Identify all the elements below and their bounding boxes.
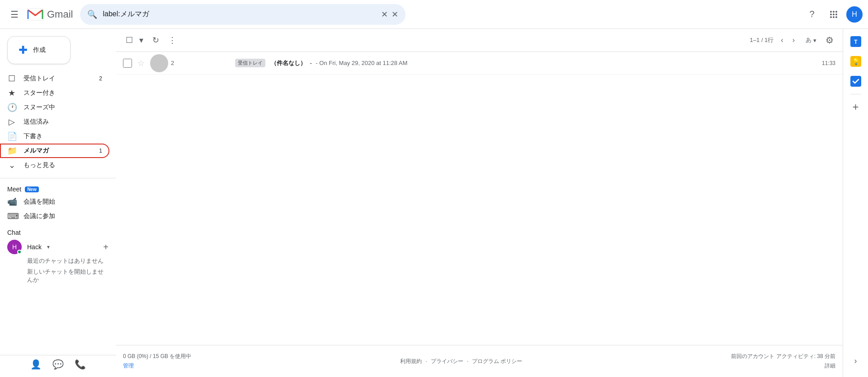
menu-button[interactable]: ☰ [5, 5, 24, 23]
sidebar-label-snoozed: スヌーズ中 [24, 103, 102, 112]
sidebar-item-join-meeting[interactable]: ⌨ 会議に参加 [0, 209, 109, 223]
star-button[interactable]: ☆ [137, 58, 145, 68]
chat-user-item[interactable]: H Hack ▾ + [0, 238, 116, 256]
chat-label: Chat [7, 229, 21, 236]
online-indicator [17, 250, 22, 254]
meet-new-badge: New [25, 186, 39, 192]
add-app-button[interactable]: + [847, 98, 865, 116]
apps-button[interactable] [825, 5, 843, 23]
sidebar-nav: ☐ 受信トレイ 2 ★ スター付き 🕐 スヌーズ中 ▷ 送信済み 📄 [0, 68, 116, 176]
video-icon: 📹 [7, 197, 16, 207]
table-row[interactable]: ☆ 2 受信トレイ （件名なし） - - On Fri, May 29, 202… [116, 52, 843, 74]
compose-plus-icon: ✚ [19, 44, 28, 56]
search-input[interactable] [103, 10, 381, 19]
tasks-icon [850, 76, 861, 87]
search-dropdown-button[interactable]: ✕ [392, 9, 398, 19]
settings-button[interactable]: ⚙ [824, 33, 835, 47]
keep-button[interactable]: 💡 [847, 52, 865, 70]
folder-icon: 📁 [7, 146, 16, 156]
meet-label: Meet [7, 186, 21, 193]
svg-point-5 [833, 14, 835, 15]
star-icon: ★ [7, 88, 16, 98]
svg-point-6 [835, 14, 837, 15]
svg-point-2 [833, 11, 835, 13]
footer-right: 前回のアカウント アクティビティ: 38 分前 詳細 [731, 353, 835, 370]
privacy-link[interactable]: プライバシー [431, 358, 463, 365]
compose-button[interactable]: ✚ 作成 [7, 36, 71, 64]
prev-page-button[interactable]: ‹ [777, 34, 787, 46]
sidebar-label-newsletter: メルマガ [24, 147, 92, 155]
sidebar-label-starred: スター付き [24, 89, 102, 97]
right-sidebar: T 💡 + › [843, 29, 868, 377]
help-button[interactable]: ? [803, 5, 821, 23]
right-separator [850, 94, 861, 94]
topbar-right: ? H [803, 5, 863, 23]
sort-arrow-icon: ▾ [813, 37, 816, 44]
sidebar-item-sent[interactable]: ▷ 送信済み [0, 115, 109, 129]
sidebar-item-newsletter[interactable]: 📁 メルマガ 1 [0, 144, 109, 158]
sender-name: 2 [171, 60, 174, 66]
email-tag: 受信トレイ [235, 59, 265, 67]
search-icon: 🔍 [87, 9, 97, 19]
chevron-down-icon: ⌄ [7, 160, 16, 170]
meet-section: Meet New 📹 会議を開始 ⌨ 会議に参加 [0, 180, 116, 223]
sidebar-label-inbox: 受信トレイ [24, 74, 92, 83]
email-checkbox[interactable] [123, 59, 132, 68]
sender-block: 2 [150, 54, 231, 72]
chat-avatar: H [7, 240, 22, 254]
email-separator: - [310, 59, 312, 67]
add-icon: + [852, 101, 859, 113]
contacts-icon[interactable]: 👤 [30, 359, 42, 370]
manage-link[interactable]: 管理 [123, 362, 191, 370]
sidebar-item-snoozed[interactable]: 🕐 スヌーズ中 [0, 100, 109, 115]
sort-button[interactable]: あ ▾ [802, 34, 820, 46]
inbox-badge: 2 [99, 75, 102, 82]
newsletter-badge: 1 [99, 148, 102, 154]
join-meeting-label: 会議に参加 [24, 212, 102, 220]
chat-dropdown-icon: ▾ [47, 244, 50, 250]
more-options-button[interactable]: ⋮ [165, 33, 179, 48]
sidebar-item-inbox[interactable]: ☐ 受信トレイ 2 [0, 71, 109, 86]
chat-bubble-icon[interactable]: 💬 [52, 359, 64, 370]
sidebar-item-start-meeting[interactable]: 📹 会議を開始 [0, 195, 109, 209]
search-clear-button[interactable]: ✕ [381, 9, 388, 19]
next-page-button[interactable]: › [789, 34, 798, 46]
sidebar-item-more[interactable]: ⌄ もっと見る [0, 158, 109, 172]
sidebar: ✚ 作成 ☐ 受信トレイ 2 ★ スター付き 🕐 スヌーズ中 ▷ [0, 29, 116, 377]
email-area: ☐ ▾ ↻ ⋮ 1–1 / 1行 ‹ › あ ▾ ⚙ [116, 29, 843, 377]
email-subject-area: 受信トレイ （件名なし） - - On Fri, May 29, 2020 at… [235, 59, 818, 67]
svg-point-1 [830, 11, 832, 13]
account-avatar[interactable]: H [846, 6, 863, 23]
pagination-info: 1–1 / 1行 [750, 36, 774, 44]
translate-button[interactable]: T [847, 33, 865, 51]
policy-link[interactable]: プログラム ポリシー [472, 358, 522, 365]
terms-link[interactable]: 利用規約 [400, 358, 422, 365]
select-dropdown-button[interactable]: ▾ [137, 33, 146, 48]
help-icon: ? [809, 9, 814, 19]
refresh-button[interactable]: ↻ [150, 33, 162, 48]
snooze-icon: 🕐 [7, 102, 16, 112]
topbar: ☰ Gmail 🔍 ✕ ✕ ? [0, 0, 868, 29]
chat-no-messages: 最近のチャットはありません [0, 256, 116, 267]
translate-icon: T [850, 36, 861, 47]
phone-icon[interactable]: 📞 [75, 359, 86, 370]
svg-point-7 [830, 16, 832, 18]
email-time: 11:33 [822, 60, 835, 66]
chat-header: Chat [0, 227, 116, 238]
sidebar-item-drafts[interactable]: 📄 下書き [0, 129, 109, 144]
apps-icon [829, 10, 838, 19]
sidebar-label-drafts: 下書き [24, 132, 102, 140]
email-preview: - On Fri, May 29, 2020 at 11:28 AM [316, 60, 407, 66]
sender-avatar [150, 54, 168, 72]
right-expand-button[interactable]: › [847, 352, 865, 370]
email-subject: （件名なし） [271, 59, 306, 67]
svg-point-8 [833, 16, 835, 18]
chat-add-button[interactable]: + [103, 242, 108, 252]
tasks-button[interactable] [847, 72, 865, 90]
sidebar-label-sent: 送信済み [24, 118, 102, 126]
gmail-m-icon [27, 8, 43, 21]
compose-label: 作成 [33, 46, 46, 54]
details-link[interactable]: 詳細 [825, 362, 835, 370]
select-all-checkbox[interactable]: ☐ [123, 33, 136, 48]
sidebar-item-starred[interactable]: ★ スター付き [0, 86, 109, 100]
